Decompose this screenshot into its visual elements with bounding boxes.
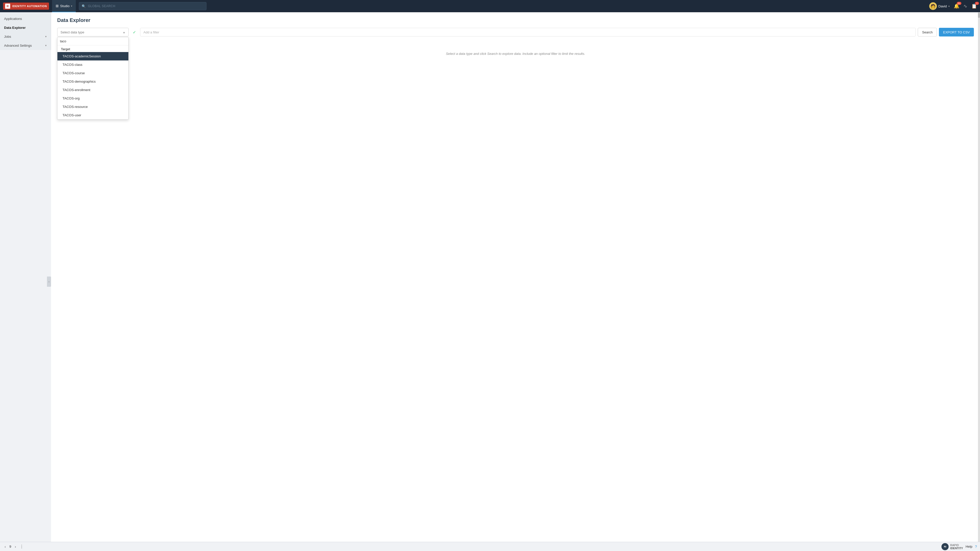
help-label: Help [966, 545, 972, 548]
brand-name: IDENTITY AUTOMATION [12, 5, 47, 8]
scrollbar[interactable] [978, 12, 980, 542]
global-search-input[interactable] [88, 4, 204, 8]
studio-chevron-icon: ▾ [71, 5, 72, 7]
search-button[interactable]: Search [918, 28, 937, 37]
bottom-right: RI RAPIDIDENTITY Help ? [942, 543, 977, 550]
top-nav: R IDENTITY AUTOMATION ⊞ Studio ▾ 🔍 🧑 Dav… [0, 0, 980, 12]
activity-icon: ∿ [963, 3, 967, 9]
global-search-container: 🔍 [79, 2, 207, 10]
notifications-button[interactable]: 🔔 61 [954, 3, 959, 9]
sidebar-item-applications[interactable]: Applications [0, 14, 51, 23]
avatar: 🧑 [929, 2, 937, 10]
dropdown-item-2[interactable]: TACOS-course [57, 69, 128, 77]
prev-page-button[interactable]: ‹ [3, 544, 7, 549]
data-type-select-button[interactable]: Select data type ▲ [57, 28, 129, 37]
dropdown-panel: Target TACOS-academicSession TACOS-class… [57, 37, 129, 120]
rapid-logo-text: RAPIDIDENTITY [950, 544, 963, 550]
sidebar-label-jobs: Jobs [4, 35, 11, 38]
sidebar-item-data-explorer[interactable]: Data Explorer [0, 23, 51, 32]
next-page-button[interactable]: › [13, 544, 18, 549]
studio-tab-label: Studio [60, 4, 70, 8]
jobs-chevron-icon: ▾ [45, 35, 47, 38]
sidebar-label-advanced-settings: Advanced Settings [4, 44, 32, 48]
filter-add-input[interactable]: Add a filter [140, 28, 916, 37]
search-icon: 🔍 [82, 4, 86, 8]
select-chevron-up-icon: ▲ [123, 31, 125, 34]
dropdown-item-5[interactable]: TACOS-org [57, 94, 128, 103]
page-title: Data Explorer [57, 17, 974, 23]
dropdown-search-input[interactable] [60, 39, 126, 43]
filter-bar: Select data type ▲ Target TACOS-academic… [57, 28, 974, 37]
advanced-settings-chevron-icon: ▾ [45, 44, 47, 47]
data-type-placeholder: Select data type [60, 30, 84, 34]
dropdown-item-4[interactable]: TACOS-enrollment [57, 86, 128, 94]
collapse-icon: ‹ [48, 280, 49, 283]
brand-logo-icon: R [5, 3, 10, 9]
layout: Applications Data Explorer Jobs ▾ Advanc… [0, 12, 980, 551]
nav-right: 🧑 David ▾ 🔔 61 ∿ 📋 1 [929, 2, 977, 10]
filter-placeholder: Add a filter [143, 30, 159, 34]
page-more-button[interactable]: ⋮ [20, 544, 24, 549]
alerts-badge: 1 [975, 2, 979, 5]
bottom-bar: ‹ 9 › ⋮ RI RAPIDIDENTITY Help ? [0, 542, 980, 551]
data-type-select-container: Select data type ▲ Target TACOS-academic… [57, 28, 129, 37]
dropdown-item-6[interactable]: TACOS-resource [57, 103, 128, 111]
scrollbar-thumb[interactable] [978, 13, 980, 18]
notifications-badge: 61 [957, 2, 961, 5]
user-chevron-icon: ▾ [948, 5, 950, 8]
help-icon[interactable]: ? [975, 545, 977, 549]
alerts-button[interactable]: 📋 1 [971, 3, 977, 9]
sidebar: Applications Data Explorer Jobs ▾ Advanc… [0, 12, 51, 50]
studio-icon: ⊞ [56, 4, 59, 8]
sidebar-label-applications: Applications [4, 17, 22, 21]
dropdown-item-1[interactable]: TACOS-class [57, 60, 128, 69]
sidebar-item-advanced-settings[interactable]: Advanced Settings ▾ [0, 41, 51, 50]
sidebar-collapse-button[interactable]: ‹ [47, 276, 51, 287]
pagination: ‹ 9 › ⋮ [3, 544, 24, 549]
user-menu[interactable]: 🧑 David ▾ [929, 2, 950, 10]
rapid-logo-icon: RI [942, 543, 948, 550]
sidebar-wrapper: Applications Data Explorer Jobs ▾ Advanc… [0, 12, 51, 551]
dropdown-search-container [57, 37, 128, 45]
rapid-identity-logo: RI RAPIDIDENTITY [942, 543, 963, 550]
sidebar-label-data-explorer: Data Explorer [4, 26, 26, 30]
sidebar-item-jobs[interactable]: Jobs ▾ [0, 32, 51, 41]
user-name: David [939, 4, 947, 8]
export-csv-button[interactable]: EXPORT TO CSV [939, 28, 974, 37]
check-icon: ✓ [133, 30, 136, 35]
data-placeholder-text: Select a data type and click Search to e… [57, 52, 974, 56]
brand-logo[interactable]: R IDENTITY AUTOMATION [3, 3, 49, 10]
page-number: 9 [10, 545, 11, 548]
main-content: Data Explorer Select data type ▲ Target … [51, 12, 980, 551]
studio-tab[interactable]: ⊞ Studio ▾ [52, 0, 76, 12]
dropdown-item-3[interactable]: TACOS-demographics [57, 77, 128, 86]
dropdown-item-7[interactable]: TACOS-user [57, 111, 128, 119]
dropdown-group-label: Target [57, 45, 128, 52]
dropdown-item-0[interactable]: TACOS-academicSession [57, 52, 128, 60]
activity-button[interactable]: ∿ [963, 3, 967, 9]
